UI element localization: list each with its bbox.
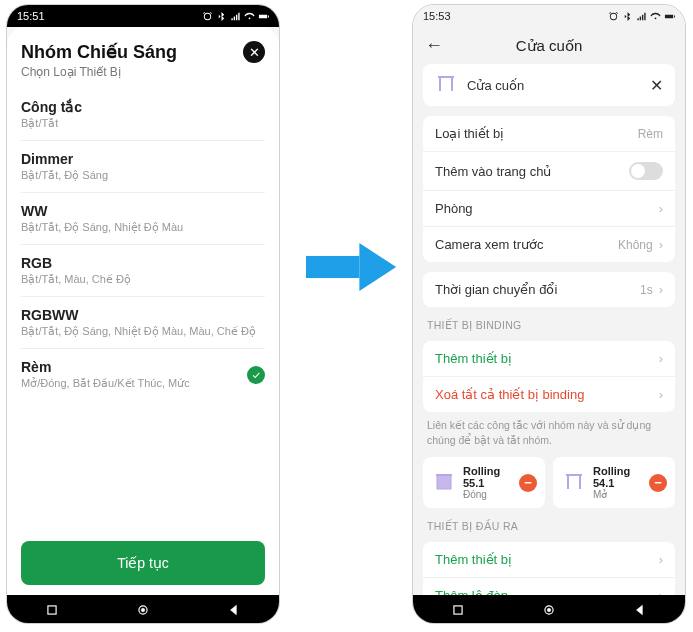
battery-icon (664, 11, 675, 22)
binding-item[interactable]: Rolling 55.1 Đóng − (423, 457, 545, 508)
chevron-right-icon: › (659, 282, 663, 297)
modal-header: Nhóm Chiếu Sáng Chọn Loại Thiết Bị ✕ (21, 41, 265, 79)
device-list: Công tắc Bật/Tắt Dimmer Bật/Tắt, Độ Sáng… (21, 89, 265, 533)
device-desc: Bật/Tắt, Độ Sáng, Nhiệt Độ Màu, Màu, Chế… (21, 325, 256, 338)
device-item[interactable]: Dimmer Bật/Tắt, Độ Sáng (21, 141, 265, 193)
device-name: Dimmer (21, 151, 108, 167)
label: Camera xem trước (435, 237, 543, 252)
binding-state: Mở (593, 489, 643, 500)
svg-rect-3 (306, 256, 359, 278)
binding-item[interactable]: Rolling 54.1 Mở − (553, 457, 675, 508)
device-name: WW (21, 203, 183, 219)
chevron-right-icon: › (659, 552, 663, 567)
row-clear-binding[interactable]: Xoá tất cả thiết bị binding › (423, 377, 675, 412)
device-name: Công tắc (21, 99, 82, 115)
page-title: Cửa cuốn (455, 37, 643, 55)
binding-card: Thêm thiết bị › Xoá tất cả thiết bị bind… (423, 341, 675, 412)
output-card: Thêm thiết bị › Thêm lộ đèn › (423, 542, 675, 595)
remove-binding-button[interactable]: − (519, 474, 537, 492)
label: Thời gian chuyển đổi (435, 282, 557, 297)
modal-subtitle: Chọn Loại Thiết Bị (21, 65, 177, 79)
left-content: Nhóm Chiếu Sáng Chọn Loại Thiết Bị ✕ Côn… (7, 27, 279, 595)
binding-name: Rolling 55.1 (463, 465, 513, 489)
section-binding: THIẾT BỊ BINDING (427, 319, 671, 331)
curtain-closed-icon (431, 470, 457, 496)
device-item[interactable]: RGB Bật/Tắt, Màu, Chế Độ (21, 245, 265, 297)
device-item[interactable]: RGBWW Bật/Tắt, Độ Sáng, Nhiệt Độ Màu, Mà… (21, 297, 265, 349)
value: Rèm (638, 127, 663, 141)
row-add-lamp[interactable]: Thêm lộ đèn › (423, 578, 675, 595)
section-output: THIẾT BỊ ĐẦU RA (427, 520, 671, 532)
label: Phòng (435, 201, 473, 216)
android-navbar (7, 595, 279, 624)
signal-icon (230, 11, 241, 22)
battery-icon (258, 11, 269, 22)
device-desc: Mở/Đóng, Bắt Đầu/Kết Thúc, Mức (21, 377, 190, 390)
signal-icon (636, 11, 647, 22)
home-icon[interactable] (136, 603, 150, 617)
binding-list: Rolling 55.1 Đóng − Rolling 54.1 Mở − (423, 457, 675, 508)
status-time: 15:51 (17, 10, 45, 22)
binding-helper: Liên kết các công tắc với nhóm này và sử… (427, 418, 671, 447)
back-icon[interactable] (633, 603, 647, 617)
device-desc: Bật/Tắt (21, 117, 82, 130)
curtain-icon (433, 72, 459, 98)
continue-button[interactable]: Tiếp tục (21, 541, 265, 585)
device-desc: Bật/Tắt, Màu, Chế Độ (21, 273, 131, 286)
recent-icon[interactable] (451, 603, 465, 617)
row-device-type: Loại thiết bị Rèm (423, 116, 675, 152)
binding-name: Rolling 54.1 (593, 465, 643, 489)
phone-left: 15:51 Nhóm Chiếu Sáng Chọn Loại Thiết Bị… (6, 4, 280, 624)
remove-binding-button[interactable]: − (649, 474, 667, 492)
svg-rect-6 (454, 606, 462, 614)
row-camera[interactable]: Camera xem trước Không› (423, 227, 675, 262)
phone-right: 15:53 ← Cửa cuốn Cửa cuốn ✕ Loại thiết b… (412, 4, 686, 624)
label: Loại thiết bị (435, 126, 504, 141)
device-name: RGB (21, 255, 131, 271)
svg-rect-5 (437, 475, 451, 489)
value: 1s (640, 283, 653, 297)
label: Thêm vào trang chủ (435, 164, 551, 179)
settings-card: Loại thiết bị Rèm Thêm vào trang chủ Phò… (423, 116, 675, 262)
chevron-right-icon: › (659, 237, 663, 252)
row-transition[interactable]: Thời gian chuyển đổi 1s› (423, 272, 675, 307)
back-button[interactable]: ← (423, 35, 445, 56)
label: Xoá tất cả thiết bị binding (435, 387, 584, 402)
close-button[interactable]: ✕ (243, 41, 265, 63)
name-card: Cửa cuốn ✕ (423, 64, 675, 106)
row-add-home[interactable]: Thêm vào trang chủ (423, 152, 675, 191)
android-navbar (413, 595, 685, 624)
modal-title: Nhóm Chiếu Sáng (21, 41, 177, 63)
bluetooth-icon (216, 11, 227, 22)
clear-name-icon[interactable]: ✕ (647, 76, 665, 95)
home-icon[interactable] (542, 603, 556, 617)
home-toggle[interactable] (629, 162, 663, 180)
value: Không (618, 238, 653, 252)
device-item[interactable]: Rèm Mở/Đóng, Bắt Đầu/Kết Thúc, Mức (21, 349, 265, 400)
chevron-right-icon: › (659, 201, 663, 216)
alarm-icon (608, 11, 619, 22)
name-field[interactable]: Cửa cuốn (467, 78, 639, 93)
transition-card: Thời gian chuyển đổi 1s› (423, 272, 675, 307)
device-name: Rèm (21, 359, 190, 375)
label: Thêm thiết bị (435, 351, 512, 366)
chevron-right-icon: › (659, 588, 663, 595)
row-room[interactable]: Phòng › (423, 191, 675, 227)
status-time: 15:53 (423, 10, 451, 22)
appbar: ← Cửa cuốn (413, 27, 685, 64)
right-content: ← Cửa cuốn Cửa cuốn ✕ Loại thiết bị Rèm … (413, 27, 685, 595)
status-icons (202, 11, 269, 22)
row-add-output[interactable]: Thêm thiết bị › (423, 542, 675, 578)
status-bar: 15:53 (413, 5, 685, 27)
device-item[interactable]: WW Bật/Tắt, Độ Sáng, Nhiệt Độ Màu (21, 193, 265, 245)
device-desc: Bật/Tắt, Độ Sáng, Nhiệt Độ Màu (21, 221, 183, 234)
wifi-icon (244, 11, 255, 22)
device-name: RGBWW (21, 307, 256, 323)
alarm-icon (202, 11, 213, 22)
chevron-right-icon: › (659, 351, 663, 366)
back-icon[interactable] (227, 603, 241, 617)
recent-icon[interactable] (45, 603, 59, 617)
row-add-binding[interactable]: Thêm thiết bị › (423, 341, 675, 377)
device-item[interactable]: Công tắc Bật/Tắt (21, 89, 265, 141)
svg-rect-0 (48, 606, 56, 614)
